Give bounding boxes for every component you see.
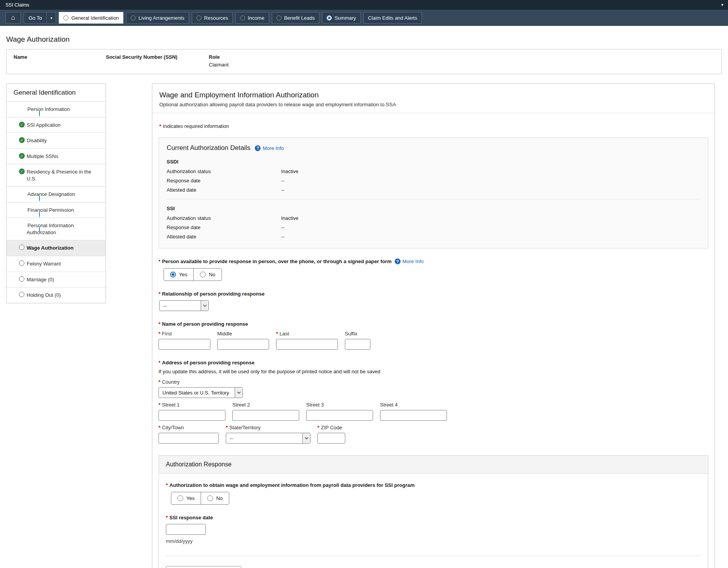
state-label: *State/Territory (226, 425, 310, 430)
role-value: Claimant (209, 62, 714, 68)
last-name-input[interactable] (276, 339, 338, 350)
status-complete-icon: ✓ (19, 122, 25, 128)
selected-value: United States or U.S. Territory (159, 388, 232, 398)
country-select[interactable]: United States or U.S. Territory (159, 387, 243, 398)
selected-value: -- (226, 433, 237, 443)
status-in-progress-icon (39, 211, 40, 218)
first-name-input[interactable] (159, 339, 210, 350)
field-label: SSI response date (169, 515, 213, 520)
home-icon: ⌂ (11, 14, 15, 22)
status-complete-icon: ✓ (19, 168, 25, 174)
more-info-link[interactable]: ? More Info (255, 145, 284, 151)
city-label: *City/Town (159, 425, 219, 430)
more-info-link[interactable]: ? More Info (395, 258, 424, 264)
current-auth-title: Current Authorization Details (167, 144, 250, 152)
question-label: Person available to provide response in … (162, 258, 392, 264)
ssi-section: SSI Authorization status Inactive Respon… (167, 206, 700, 240)
zip-input[interactable] (317, 433, 345, 444)
ssi-response-date-input[interactable] (166, 524, 206, 535)
country-label: *Country (159, 379, 708, 385)
role-label: Role (209, 54, 714, 60)
sidebar-item-financial-permission[interactable]: Financial Permission (7, 202, 106, 218)
sidebar-item-holding-out[interactable]: Holding Out (0) (7, 287, 106, 303)
relationship-select[interactable]: -- (159, 300, 209, 311)
tab-claim-edits-and-alerts[interactable]: Claim Edits and Alerts (363, 12, 422, 24)
divider (166, 556, 701, 556)
sidebar-item-multiple-ssns[interactable]: ✓ Multiple SSNs (7, 148, 106, 164)
ssn-label: Social Security Number (SSN) (106, 54, 209, 60)
goto-button[interactable]: Go To ▾ (24, 12, 56, 24)
sidebar-item-marriage[interactable]: Marriage (0) (7, 272, 106, 287)
required-asterisk: * (159, 321, 160, 327)
home-button[interactable]: ⌂ (5, 12, 21, 24)
city-input[interactable] (159, 433, 219, 444)
tab-summary[interactable]: Summary (322, 12, 361, 24)
suffix-input[interactable] (345, 339, 370, 350)
sidebar-item-personal-information-authorization[interactable]: Personal Information Authorization (7, 218, 106, 240)
street2-label: Street 2 (232, 402, 299, 408)
sidebar-item-felony-warrant[interactable]: Felony Warrant (7, 256, 106, 272)
sidebar-item-advance-designation[interactable]: Advance Designation (7, 186, 106, 202)
required-asterisk: * (166, 515, 168, 520)
authorization-yes-option[interactable]: Yes (171, 492, 201, 504)
status-in-progress-icon (39, 110, 40, 117)
tab-label: Resources (204, 15, 228, 21)
main-nav: ⌂ Go To ▾ General Identification Living … (0, 10, 728, 26)
current-authorization-details-box: Current Authorization Details ? More Inf… (159, 138, 708, 248)
sidebar-item-ssi-application[interactable]: ✓ SSI Application (7, 117, 106, 133)
tab-resources[interactable]: Resources (192, 12, 233, 24)
sidebar-item-disability[interactable]: ✓ Disability (7, 133, 106, 148)
tab-status-icon (63, 15, 68, 20)
sidebar-item-wage-authorization[interactable]: Wage Authorization (7, 240, 106, 256)
question-label: Authorization to obtain wage and employm… (169, 482, 414, 488)
tab-income[interactable]: Income (235, 12, 269, 24)
sidebar-item-label: Multiple SSNs (27, 153, 58, 159)
tab-status-icon (276, 15, 281, 20)
detail-value: Inactive (281, 215, 700, 221)
tab-general-identification[interactable]: General Identification (59, 12, 123, 24)
authorization-no-option[interactable]: No (201, 492, 229, 504)
street1-input[interactable] (159, 410, 225, 421)
detail-label: Response date (167, 224, 281, 230)
tab-label: General Identification (71, 15, 119, 21)
state-select[interactable]: -- (226, 433, 310, 444)
name-label: Name (14, 54, 106, 60)
question-label: Relationship of person providing respons… (162, 291, 264, 297)
tab-label: Summary (334, 15, 356, 21)
required-note: *Indicates required information (159, 123, 708, 129)
required-asterisk: * (159, 360, 160, 366)
radio-unselected-icon (200, 272, 206, 277)
radio-unselected-icon (207, 495, 213, 501)
detail-value: -- (281, 234, 700, 240)
street3-input[interactable] (306, 410, 373, 421)
detail-value: -- (281, 187, 700, 193)
section-sidebar: General Identification Person Informatio… (6, 83, 106, 303)
ssi-authorization-radio-group: Yes No (171, 492, 229, 505)
sidebar-item-label: Felony Warrant (27, 261, 61, 267)
goto-label: Go To (24, 15, 46, 21)
middle-name-input[interactable] (217, 339, 269, 350)
tab-benefit-leads[interactable]: Benefit Leads (272, 12, 320, 24)
sidebar-item-label: Person Information (27, 106, 70, 112)
street2-input[interactable] (232, 410, 299, 421)
sidebar-item-label: SSI Application (27, 122, 60, 128)
claimant-header: Name Social Security Number (SSN) Role C… (6, 49, 722, 74)
name-of-person-section: * Name of person providing response *Fir… (159, 321, 708, 350)
status-complete-icon: ✓ (19, 137, 25, 143)
dropdown-arrow-icon (235, 388, 242, 398)
person-available-yes-option[interactable]: Yes (164, 269, 193, 281)
sidebar-item-person-information[interactable]: Person Information (7, 101, 106, 117)
required-asterisk: * (159, 258, 160, 264)
attested-response-control[interactable]: *Attested this response (166, 566, 242, 568)
person-available-no-option[interactable]: No (193, 269, 222, 281)
titlebar-collapse-caret-icon[interactable]: ▾ (721, 2, 723, 7)
address-note: If you update this address, it will be u… (159, 369, 708, 374)
detail-label: Authorization status (167, 215, 281, 221)
selected-value: -- (160, 301, 170, 311)
date-format-hint: mm/dd/yyyy (166, 538, 701, 544)
street4-input[interactable] (380, 410, 447, 421)
required-asterisk: * (159, 123, 161, 129)
section-divider (167, 199, 700, 199)
tab-living-arrangements[interactable]: Living Arrangements (126, 12, 189, 24)
sidebar-item-residency-presence[interactable]: ✓ Residency & Presence in the U.S. (7, 164, 106, 186)
